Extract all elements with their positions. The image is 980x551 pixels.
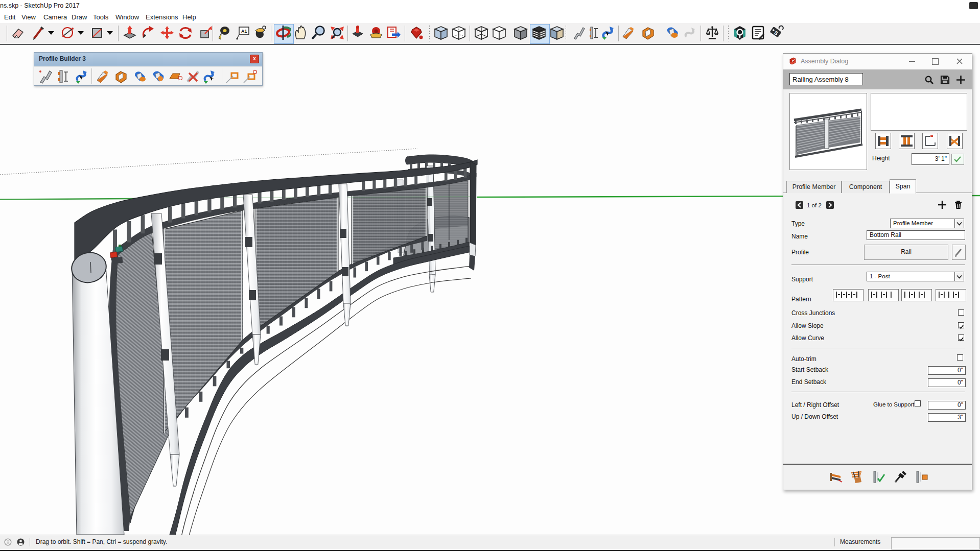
svg-text:A1: A1	[241, 29, 247, 34]
